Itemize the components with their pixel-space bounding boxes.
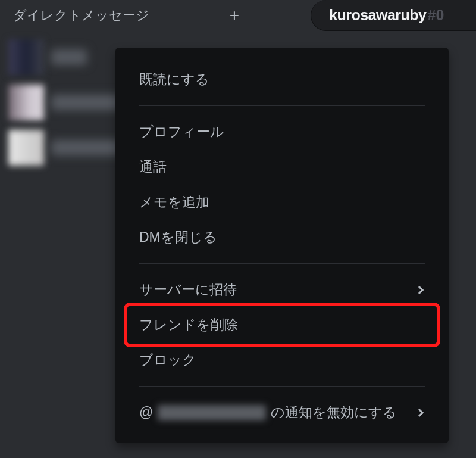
dm-header: ダイレクトメッセージ + (0, 0, 256, 35)
menu-item-remove-friend[interactable]: フレンドを削除 (127, 307, 437, 342)
menu-item-label: DMを閉じる (139, 228, 217, 247)
header-username: kurosawaruby (329, 7, 427, 24)
create-dm-plus-icon[interactable]: + (226, 6, 243, 25)
menu-item-mark-read[interactable]: 既読にする (127, 62, 437, 97)
menu-item-label: プロフィール (139, 123, 224, 141)
mute-prefix: @ (139, 404, 153, 420)
menu-group: プロフィール 通話 メモを追加 DMを閉じる (124, 111, 440, 258)
menu-divider (139, 105, 425, 106)
menu-item-invite-to-server[interactable]: サーバーに招待 (127, 272, 437, 307)
user-context-menu: 既読にする プロフィール 通話 メモを追加 DMを閉じる サーバーに招待 フレン… (115, 48, 449, 443)
menu-item-profile[interactable]: プロフィール (127, 114, 437, 149)
menu-item-label: ブロック (139, 351, 196, 369)
menu-group: @ の通知を無効にする (124, 391, 440, 434)
menu-item-call[interactable]: 通話 (127, 149, 437, 185)
menu-item-label: サーバーに招待 (139, 281, 237, 299)
menu-item-label: 通話 (139, 158, 167, 176)
channel-header-user[interactable]: kurosawaruby #0 (311, 0, 476, 31)
menu-item-label: メモを追加 (139, 193, 209, 211)
menu-group: 既読にする (124, 58, 440, 101)
menu-item-block[interactable]: ブロック (127, 342, 437, 378)
mute-suffix: の通知を無効にする (271, 403, 397, 422)
header-tag: #0 (428, 7, 444, 24)
chevron-right-icon (415, 285, 424, 294)
dm-username-blurred (51, 49, 87, 65)
avatar (8, 85, 44, 120)
avatar (8, 39, 44, 75)
menu-item-mute-notifications[interactable]: @ の通知を無効にする (127, 395, 437, 430)
menu-divider (139, 386, 425, 387)
dm-header-title: ダイレクトメッセージ (13, 7, 149, 24)
menu-group: サーバーに招待 フレンドを削除 ブロック (124, 269, 440, 381)
avatar (8, 130, 44, 166)
menu-item-add-note[interactable]: メモを追加 (127, 185, 437, 220)
mute-username-blurred (158, 405, 266, 420)
menu-item-label: フレンドを削除 (139, 316, 238, 334)
menu-divider (139, 263, 425, 264)
chevron-right-icon (415, 408, 424, 416)
menu-item-close-dm[interactable]: DMを閉じる (127, 220, 437, 255)
menu-item-label: 既読にする (139, 70, 209, 89)
